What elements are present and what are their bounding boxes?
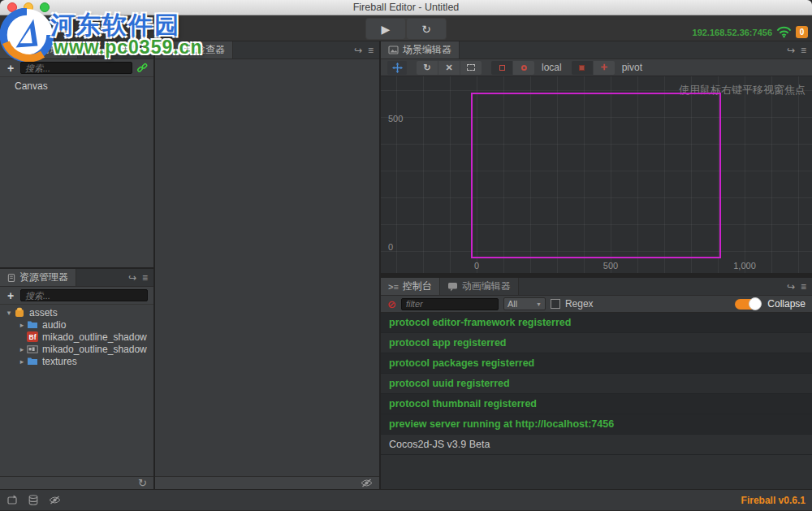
panel-menu-icon[interactable]: ≡	[801, 282, 806, 292]
assets-search-input[interactable]	[20, 289, 148, 301]
hierarchy-node-canvas[interactable]: Canvas	[0, 79, 153, 93]
network-status: 192.168.52.36:7456 0	[693, 26, 808, 38]
assets-panel: 资源管理器 ↪ ≡ + ▾	[0, 269, 153, 489]
window-title: Fireball Editor - Untitled	[0, 2, 812, 13]
world-coord-icon	[521, 65, 527, 71]
tree-item-label: assets	[29, 307, 58, 318]
log-text: preview server running at http://localho…	[389, 418, 614, 430]
assets-tab-bar: 资源管理器 ↪ ≡	[0, 269, 153, 287]
refresh-assets-icon[interactable]: ↻	[138, 478, 147, 488]
tab-scene[interactable]: 场景编辑器	[381, 41, 460, 58]
pivot-center-button[interactable]: ✛	[594, 61, 615, 75]
panel-actions: ↪ ≡	[354, 41, 379, 58]
panel-actions: ↪ ≡	[128, 41, 153, 58]
tab-animation[interactable]: 动画编辑器	[440, 278, 519, 295]
coord-world-button[interactable]	[513, 61, 534, 75]
tree-item-label: textures	[42, 356, 77, 367]
log-entry[interactable]: protocol editor-framework registerred	[381, 313, 812, 333]
coord-local-button[interactable]	[491, 61, 512, 75]
rect-tool-icon	[467, 64, 475, 71]
log-level-select[interactable]: All ▼	[503, 297, 546, 310]
scale-tool-button[interactable]: ✕	[438, 61, 460, 75]
hierarchy-tree: Canvas	[0, 77, 153, 267]
tab-hierarchy[interactable]: 层级管理器	[0, 41, 78, 58]
sprite-icon	[27, 344, 39, 354]
play-icon: ▶	[382, 23, 391, 36]
popout-icon[interactable]: ↪	[354, 45, 362, 55]
log-entry[interactable]: preview server running at http://localho…	[381, 414, 812, 435]
pivot-label: pivot	[622, 62, 642, 73]
popout-icon[interactable]: ↪	[128, 273, 136, 283]
connection-count-badge[interactable]: 0	[796, 26, 808, 38]
panel-menu-icon[interactable]: ≡	[142, 45, 148, 55]
tab-console-label: 控制台	[403, 279, 432, 293]
tree-item-bitmap-font[interactable]: Bf mikado_outline_shadow	[0, 331, 153, 343]
tab-inspector-label: 属性检查器	[176, 43, 225, 57]
regex-label: Regex	[565, 298, 594, 310]
bitmap-font-icon: Bf	[27, 331, 39, 342]
eye-slash-icon[interactable]	[361, 479, 373, 487]
middle-column: 属性检查器 ↪ ≡	[155, 41, 379, 489]
inspector-tab-bar: 属性检查器 ↪ ≡	[155, 41, 379, 59]
pivot-corner-button[interactable]	[572, 61, 593, 75]
console-tab-bar: >≡ 控制台 动画编辑器 ↪ ≡	[381, 278, 812, 296]
disclosure-open-icon[interactable]: ▾	[4, 309, 14, 317]
right-column: 场景编辑器 ↪ ≡ ↻	[381, 41, 812, 489]
tab-inspector[interactable]: 属性检查器	[155, 41, 233, 58]
log-entry[interactable]: Cocos2d-JS v3.9 Beta	[381, 435, 812, 455]
log-text: protocol editor-framework registerred	[389, 317, 571, 328]
hierarchy-search-input[interactable]	[20, 62, 132, 74]
regex-checkbox[interactable]	[551, 299, 560, 309]
disclosure-closed-icon[interactable]: ▸	[17, 357, 27, 366]
inspector-body	[155, 59, 379, 476]
collapse-label: Collapse	[767, 298, 806, 310]
log-entry[interactable]: protocol thumbnail registerred	[381, 394, 812, 414]
disclosure-closed-icon[interactable]: ▸	[17, 321, 27, 329]
reload-scripts-icon[interactable]	[6, 495, 18, 505]
log-entry[interactable]: protocol uuid registerred	[381, 374, 812, 394]
clear-logs-icon[interactable]: ⊘	[387, 299, 396, 310]
wifi-icon	[776, 26, 792, 38]
panel-menu-icon[interactable]: ≡	[368, 45, 374, 55]
link-icon[interactable]	[137, 63, 148, 73]
log-entry[interactable]: protocol packages registerred	[381, 353, 812, 374]
rotate-tool-button[interactable]: ↻	[417, 61, 438, 75]
rect-tool-button[interactable]	[460, 61, 482, 75]
popout-icon[interactable]: ↪	[787, 282, 795, 292]
log-entry[interactable]: protocol app registerred	[381, 333, 812, 353]
disclosure-closed-icon[interactable]: ▸	[17, 345, 27, 353]
popout-icon[interactable]: ↪	[128, 45, 136, 55]
assets-root-icon	[14, 307, 26, 318]
tab-console[interactable]: >≡ 控制台	[381, 278, 440, 295]
reload-button[interactable]: ↻	[407, 19, 446, 39]
pivot-center-icon: ✛	[600, 63, 607, 71]
console-toolbar: ⊘ All ▼ Regex Collapse	[381, 296, 812, 313]
collapse-toggle[interactable]	[735, 299, 759, 310]
design-resolution-border	[471, 93, 721, 258]
add-node-button[interactable]: +	[6, 62, 15, 75]
tab-assets[interactable]: 资源管理器	[0, 269, 76, 286]
play-button[interactable]: ▶	[366, 19, 405, 39]
tree-item-textures[interactable]: ▸ textures	[0, 355, 153, 367]
panel-menu-icon[interactable]: ≡	[142, 273, 148, 283]
eye-slash-icon[interactable]	[49, 496, 61, 505]
tree-item-sprite[interactable]: ▸ mikado_outline_shadow	[0, 343, 153, 355]
log-filter-input[interactable]	[401, 298, 499, 310]
tree-item-audio[interactable]: ▸ audio	[0, 318, 153, 331]
panel-menu-icon[interactable]: ≡	[801, 45, 806, 55]
log-text: protocol app registerred	[389, 337, 506, 349]
node-label: Canvas	[15, 80, 48, 92]
preview-controls: ▶ ↻	[365, 18, 447, 40]
move-tool-button[interactable]	[387, 61, 407, 75]
tree-item-assets[interactable]: ▾ assets	[0, 306, 153, 318]
main-toolbar: ▶ ↻ 192.168.52.36:7456 0	[0, 15, 812, 41]
local-coord-icon	[499, 65, 505, 71]
tab-scene-label: 场景编辑器	[403, 43, 451, 57]
popout-icon[interactable]: ↪	[787, 45, 795, 55]
hierarchy-panel: 层级管理器 ↪ ≡ +	[0, 41, 153, 267]
database-icon[interactable]	[28, 495, 38, 505]
scene-canvas[interactable]: 使用鼠标右键平移视窗焦点 500 0 0 500 1,000	[381, 76, 812, 273]
add-asset-button[interactable]: +	[6, 289, 15, 302]
animation-icon	[447, 282, 458, 292]
tree-item-label: mikado_outline_shadow	[42, 331, 147, 343]
